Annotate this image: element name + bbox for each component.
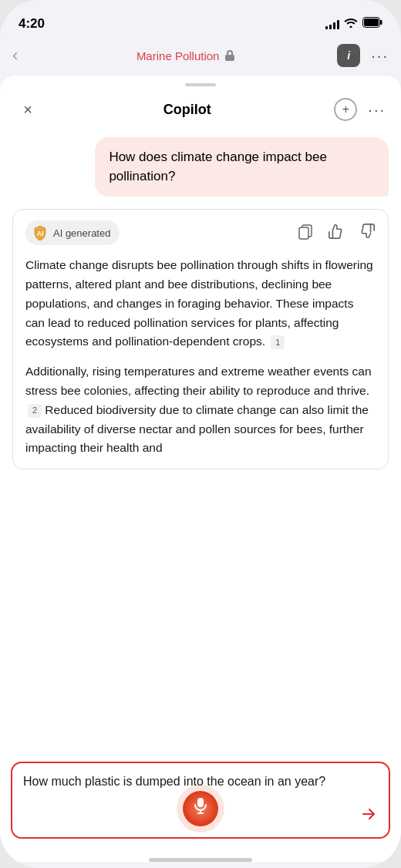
input-area: How much plastic is dumped into the ocea…: [0, 754, 401, 862]
user-message-text: How does climate change impact bee polli…: [109, 150, 327, 183]
header-actions: + ···: [334, 98, 386, 121]
wifi-icon: [344, 17, 358, 31]
svg-rect-2: [380, 20, 382, 25]
chat-area: How does climate change impact bee polli…: [0, 130, 401, 469]
svg-rect-3: [225, 55, 234, 61]
nav-title-text: Marine Pollution: [136, 49, 220, 62]
new-chat-button[interactable]: +: [334, 98, 357, 121]
ai-paragraph-2: Additionally, rising temperatures and ex…: [25, 362, 376, 458]
mic-button[interactable]: [183, 791, 218, 826]
info-button[interactable]: i: [337, 44, 360, 67]
status-time: 4:20: [19, 16, 45, 32]
user-message: How does climate change impact bee polli…: [12, 137, 389, 197]
svg-rect-1: [364, 19, 379, 26]
copy-icon[interactable]: [297, 223, 314, 244]
nav-bar: ‹ Marine Pollution i ···: [0, 39, 401, 72]
signal-icon: [325, 19, 339, 29]
status-bar: 4:20: [0, 0, 401, 39]
close-button[interactable]: ×: [15, 97, 40, 122]
reference-2[interactable]: 2: [28, 404, 42, 418]
more-button[interactable]: ···: [371, 47, 389, 65]
mic-icon: [193, 797, 208, 820]
ai-paragraph-1: Climate change disrupts bee pollination …: [25, 256, 376, 352]
copilot-title: Copilot: [163, 102, 211, 118]
thumbs-up-icon[interactable]: [328, 223, 345, 244]
user-bubble: How does climate change impact bee polli…: [95, 137, 389, 197]
ai-generated-badge: AI AI generated: [25, 220, 120, 245]
input-bottom-row: [12, 804, 389, 829]
ai-badge-label: AI generated: [53, 227, 110, 239]
ai-shield-icon: AI: [32, 224, 49, 241]
reference-1[interactable]: 1: [271, 335, 285, 349]
status-icons: [325, 17, 382, 31]
battery-icon: [362, 17, 382, 31]
svg-rect-7: [197, 798, 204, 807]
ai-response-card: AI AI generated: [12, 209, 389, 469]
input-text[interactable]: How much plastic is dumped into the ocea…: [23, 772, 378, 791]
home-indicator: [149, 858, 252, 862]
phone-frame: 4:20: [0, 0, 401, 868]
copilot-sheet: × Copilot + ··· How does climate change …: [0, 76, 401, 862]
svg-rect-6: [299, 227, 308, 239]
thumbs-down-icon[interactable]: [359, 223, 376, 244]
nav-right-actions: i ···: [337, 44, 389, 67]
ai-card-header: AI AI generated: [25, 220, 376, 245]
copilot-header: × Copilot + ···: [0, 86, 401, 130]
lock-icon: [224, 49, 236, 62]
back-button[interactable]: ‹: [12, 45, 35, 66]
nav-title: Marine Pollution: [136, 49, 237, 62]
svg-text:AI: AI: [37, 230, 44, 237]
ai-content: Climate change disrupts bee pollination …: [25, 256, 376, 458]
input-box[interactable]: How much plastic is dumped into the ocea…: [11, 762, 390, 839]
header-more-button[interactable]: ···: [368, 101, 386, 119]
ai-card-actions: [297, 223, 376, 244]
send-button[interactable]: [359, 804, 378, 829]
